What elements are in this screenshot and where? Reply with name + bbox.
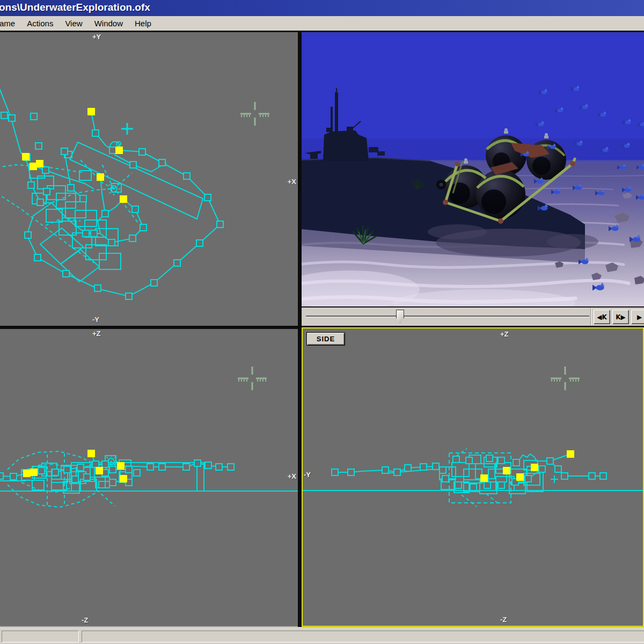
front-view-wireframe xyxy=(0,329,298,626)
frame-slider-track[interactable] xyxy=(306,316,589,317)
pane-divider-vertical[interactable] xyxy=(298,32,302,627)
camera-render xyxy=(302,32,644,306)
top-view-wireframe xyxy=(0,32,298,326)
viewport-camera[interactable] xyxy=(302,32,644,306)
prev-keyframe-button[interactable]: ◀K xyxy=(594,310,610,324)
menu-item-actions[interactable]: Actions xyxy=(21,19,59,28)
viewport-front[interactable]: +Z -Z +X xyxy=(0,329,298,626)
axis-label-plus-z: +Z xyxy=(92,330,101,338)
menu-item-view[interactable]: View xyxy=(59,19,88,28)
viewport-top[interactable]: +Y -Y +X xyxy=(0,32,298,326)
axis-label-plus-x: +X xyxy=(288,178,296,186)
menu-item-window[interactable]: Window xyxy=(89,19,129,28)
transport-separator xyxy=(590,308,591,326)
status-bar xyxy=(0,627,644,644)
axis-label-plus-y: +Y xyxy=(92,33,101,41)
play-button[interactable]: ▶ xyxy=(631,310,644,324)
frame-slider-thumb[interactable] xyxy=(396,310,404,323)
menu-bar: ame Actions View Window Help xyxy=(0,16,644,31)
menu-item-help[interactable]: Help xyxy=(129,19,157,28)
side-view-button[interactable]: SIDE xyxy=(307,333,345,345)
axis-label-minus-z: -Z xyxy=(500,616,507,624)
title-bar: ons\UnderwaterExploration.ofx xyxy=(0,0,644,16)
application-window: ons\UnderwaterExploration.ofx ame Action… xyxy=(0,0,644,644)
side-view-wireframe xyxy=(303,328,643,626)
axis-label-minus-z: -Z xyxy=(82,617,88,624)
axis-label-minus-y: -Y xyxy=(304,471,311,479)
status-cell-main xyxy=(82,631,644,642)
axis-label-plus-x: +X xyxy=(288,473,296,480)
axis-label-minus-y: -Y xyxy=(92,316,99,324)
transport-bar: ◀K K▶ ▶ xyxy=(302,306,644,326)
axis-label-plus-z: +Z xyxy=(500,331,509,338)
viewport-side-active[interactable]: SIDE +Z -Z -Y xyxy=(302,327,644,627)
status-cell-left xyxy=(2,631,79,642)
menu-item-frame[interactable]: ame xyxy=(0,19,21,28)
window-title: ons\UnderwaterExploration.ofx xyxy=(0,2,150,13)
next-keyframe-button[interactable]: K▶ xyxy=(612,310,629,324)
